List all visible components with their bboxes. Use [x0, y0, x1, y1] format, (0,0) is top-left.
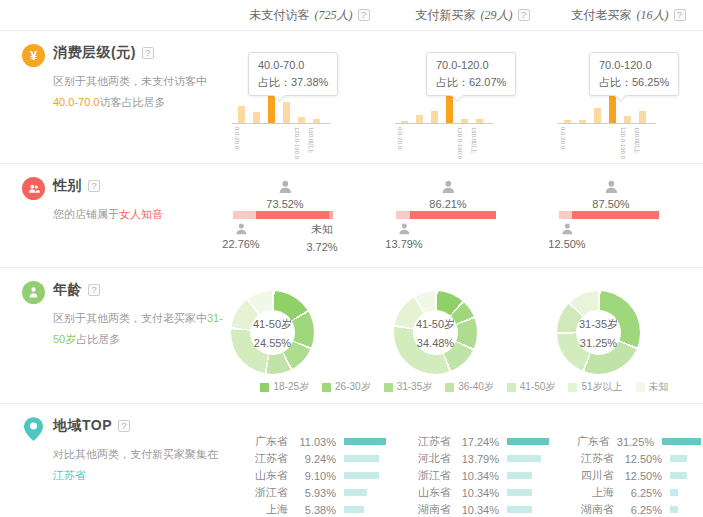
legend-item[interactable]: 未知: [636, 380, 669, 394]
unknown-percent: 3.72%: [306, 239, 337, 257]
axis-tick-label: 190.0以上: [469, 127, 478, 154]
help-icon[interactable]: ?: [674, 9, 686, 21]
consumption-chart-old-buyers[interactable]: 70.0-120.0 占比：56.25% 0.0-20.0120.0-190.0…: [554, 31, 703, 163]
region-bar[interactable]: [344, 506, 364, 513]
region-name: 山东省: [230, 468, 288, 483]
region-percent: 10.34%: [451, 487, 499, 499]
region-percent: 31.25%: [610, 436, 654, 448]
help-icon[interactable]: ?: [88, 284, 100, 296]
gender-stacked-bar: [233, 211, 333, 219]
consumption-chart-new-buyers[interactable]: 70.0-120.0 占比：62.07% 0.0-20.0120.0-190.0…: [391, 31, 554, 163]
help-icon[interactable]: ?: [118, 420, 130, 432]
gender-chart-old-buyers[interactable]: 87.50% 12.50%: [554, 164, 703, 267]
region-list-new-buyers[interactable]: 江苏省17.24%河北省13.79%浙江省10.34%山东省10.34%湖南省1…: [391, 404, 554, 517]
tab-count: (16人): [637, 7, 669, 24]
region-bar[interactable]: [507, 489, 532, 496]
region-row: 浙江省10.34%: [393, 467, 552, 484]
help-icon[interactable]: ?: [142, 47, 154, 59]
female-icon: [440, 179, 456, 195]
female-segment[interactable]: [572, 211, 660, 219]
legend-item[interactable]: 26-30岁: [322, 380, 371, 394]
region-row: 广东省11.03%: [230, 433, 389, 450]
region-bar[interactable]: [507, 455, 541, 462]
region-percent: 9.10%: [288, 470, 336, 482]
female-segment[interactable]: [256, 211, 330, 219]
x-axis: [558, 123, 656, 124]
region-bar[interactable]: [344, 489, 367, 496]
section-title: 性别: [53, 177, 82, 195]
region-bar[interactable]: [670, 489, 678, 496]
section-title: 地域TOP: [53, 417, 112, 435]
region-bar[interactable]: [344, 455, 379, 462]
help-icon[interactable]: ?: [518, 9, 530, 21]
region-row: 河北省13.79%: [393, 450, 552, 467]
male-segment[interactable]: [233, 211, 256, 219]
region-bar[interactable]: [507, 438, 549, 445]
region-name: 四川省: [556, 468, 614, 483]
section-description: 区别于其他两类，支付老买家中31-50岁占比居多: [53, 308, 227, 350]
axis-tick-label: 190.0以上: [632, 127, 641, 154]
consumption-bar[interactable]: [624, 116, 631, 123]
region-bar[interactable]: [344, 438, 386, 445]
legend-item[interactable]: 36-40岁: [445, 380, 494, 394]
unknown-segment[interactable]: [329, 211, 333, 219]
section-description: 您的店铺属于女人知音: [53, 204, 227, 225]
legend-item[interactable]: 51岁以上: [568, 380, 622, 394]
legend-item[interactable]: 41-50岁: [507, 380, 556, 394]
region-name: 上海: [556, 485, 614, 500]
column-header-row: 未支付访客(725人) ? 支付新买家(29人) ? 支付老买家(16人) ?: [0, 0, 703, 30]
age-legend: 18-25岁26-30岁31-35岁36-40岁41-50岁51岁以上未知: [228, 380, 701, 394]
male-segment[interactable]: [396, 211, 410, 219]
consumption-chart-unpaid[interactable]: 40.0-70.0 占比：37.38% 0.0-20.0120.0-190.01…: [228, 31, 391, 163]
region-bar[interactable]: [507, 472, 532, 479]
section-title: 消费层级(元): [53, 44, 136, 62]
region-name: 浙江省: [230, 485, 288, 500]
legend-swatch: [384, 383, 393, 392]
region-list-old-buyers[interactable]: 广东省31.25%江苏省12.50%四川省12.50%上海6.25%湖南省6.2…: [554, 404, 703, 517]
female-segment[interactable]: [410, 211, 496, 219]
legend-item[interactable]: 18-25岁: [260, 380, 309, 394]
gender-icon: [22, 177, 45, 200]
region-bar[interactable]: [670, 472, 687, 479]
region-bar[interactable]: [344, 472, 379, 479]
consumption-bar[interactable]: [594, 108, 601, 123]
axis-tick-label: 0.0-20.0: [234, 127, 240, 149]
region-name: 浙江省: [393, 468, 451, 483]
male-icon: [560, 222, 574, 236]
region-bar[interactable]: [507, 506, 532, 513]
gender-chart-unpaid[interactable]: 73.52% 22.76% 未知 3.72%: [228, 164, 391, 267]
legend-swatch: [636, 383, 645, 392]
consumption-bar[interactable]: [283, 102, 290, 123]
help-icon[interactable]: ?: [358, 9, 370, 21]
gender-chart-new-buyers[interactable]: 86.21% 13.79%: [391, 164, 554, 267]
region-name: 江苏省: [556, 451, 614, 466]
yuan-icon: ¥: [22, 44, 45, 67]
region-list-unpaid[interactable]: 广东省11.03%江苏省9.24%山东省9.10%浙江省5.93%上海5.38%: [228, 404, 391, 517]
region-row: 江苏省9.24%: [230, 450, 389, 467]
region-bar[interactable]: [670, 506, 678, 513]
consumption-bar[interactable]: [253, 112, 260, 123]
consumption-bar[interactable]: [431, 111, 438, 123]
donut-center-label: 31-35岁 31.25%: [557, 291, 640, 374]
region-bar[interactable]: [662, 438, 701, 445]
tab-new-buyers[interactable]: 支付新买家(29人) ?: [391, 7, 554, 24]
section-gender: 性别 ? 您的店铺属于女人知音 73.52% 22.76% 未知 3.72%: [0, 163, 703, 267]
consumption-bar[interactable]: [416, 115, 423, 123]
section-age: 年龄 ? 区别于其他两类，支付老买家中31-50岁占比居多 41-50岁 24.…: [0, 267, 703, 403]
legend-label: 51岁以上: [581, 380, 622, 394]
tab-unpaid-visitors[interactable]: 未支付访客(725人) ?: [228, 7, 391, 24]
male-percent: 12.50%: [548, 238, 585, 250]
region-bar[interactable]: [670, 455, 687, 462]
tab-old-buyers[interactable]: 支付老买家(16人) ?: [554, 7, 703, 24]
axis-tick-label: 0.0-20.0: [560, 127, 566, 149]
consumption-bar[interactable]: [238, 106, 245, 123]
female-percent: 87.50%: [592, 198, 629, 210]
consumption-bar[interactable]: [639, 111, 646, 123]
legend-item[interactable]: 31-35岁: [384, 380, 433, 394]
region-percent: 17.24%: [451, 436, 499, 448]
donut-top-percent: 24.55%: [254, 337, 291, 349]
male-share: 22.76%: [222, 222, 259, 250]
help-icon[interactable]: ?: [88, 180, 100, 192]
legend-swatch: [260, 383, 269, 392]
male-segment[interactable]: [559, 211, 572, 219]
